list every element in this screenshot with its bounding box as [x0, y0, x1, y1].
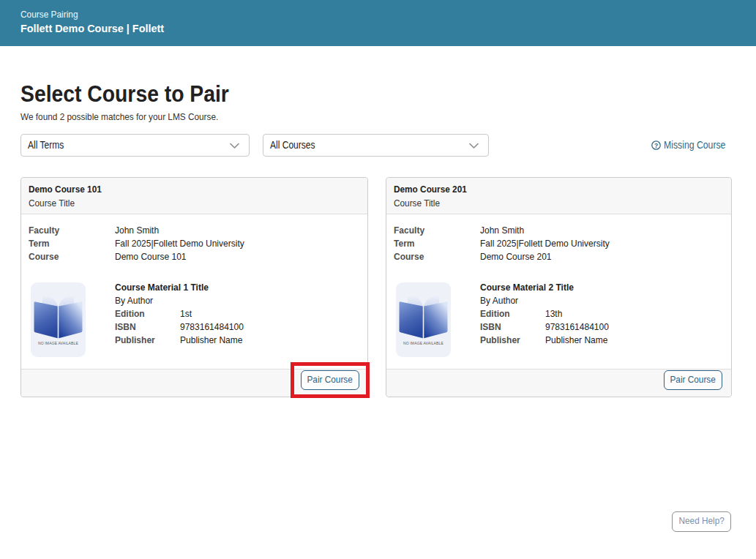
svg-text:NO IMAGE AVAILABLE: NO IMAGE AVAILABLE — [403, 341, 444, 345]
svg-text:NO IMAGE AVAILABLE: NO IMAGE AVAILABLE — [38, 341, 79, 345]
svg-text:?: ? — [654, 142, 658, 149]
